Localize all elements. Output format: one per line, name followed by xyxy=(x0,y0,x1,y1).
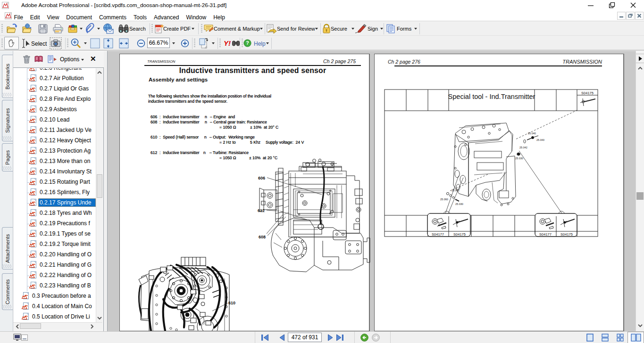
svg-text:606: 606 xyxy=(258,176,265,180)
svg-text:?: ? xyxy=(246,40,249,46)
svg-text:25.042: 25.042 xyxy=(519,146,527,149)
svg-text:Special tool - Ind.Transmitter: Special tool - Ind.Transmitter xyxy=(448,93,535,100)
svg-text:25.043: 25.043 xyxy=(536,139,544,141)
svg-text:S04177: S04177 xyxy=(539,232,552,237)
svg-text:25.030: 25.030 xyxy=(455,203,463,205)
svg-text:S04175: S04175 xyxy=(581,91,594,95)
svg-text:S04177: S04177 xyxy=(432,232,444,237)
svg-text:25.030: 25.030 xyxy=(515,157,523,160)
svg-text:25.060: 25.060 xyxy=(440,198,448,201)
svg-text:S04175: S04175 xyxy=(560,232,573,237)
svg-text:25.040: 25.040 xyxy=(528,132,536,135)
svg-text:25.062: 25.062 xyxy=(452,189,460,192)
svg-text:S04175: S04175 xyxy=(453,232,466,237)
svg-text:608: 608 xyxy=(259,235,266,239)
